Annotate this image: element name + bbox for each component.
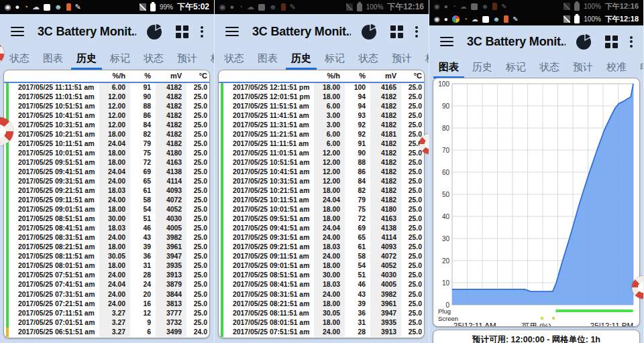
table-row[interactable]: 2017/05/25 09:21:51 am18.0361409325.0: [219, 243, 424, 253]
table-row[interactable]: 2017/05/25 07:01:51 am3.279373225.0: [4, 318, 209, 328]
tab-5[interactable]: 校准: [601, 58, 632, 78]
table-row[interactable]: 2017/05/25 08:31:51 am24.0043398225.0: [4, 234, 209, 243]
table-row[interactable]: 2017/05/25 10:21:51 am18.0082418225.0: [4, 130, 209, 139]
table-row[interactable]: 2017/05/25 08:41:51 am18.0346400525.0: [219, 281, 424, 290]
table-row[interactable]: 2017/05/25 11:51:51 am6.0094418225.0: [219, 102, 424, 111]
tab-5[interactable]: 预计: [172, 49, 203, 70]
overflow-menu-icon[interactable]: [415, 26, 418, 38]
tab-1[interactable]: 历史: [467, 58, 498, 78]
tab-1[interactable]: 图表: [252, 49, 283, 70]
table-row[interactable]: 2017/05/25 11:11:51 am6.0091418225.0: [4, 83, 209, 92]
table-row[interactable]: 2017/05/25 10:01:51 am18.0075418025.0: [219, 205, 424, 214]
table-row[interactable]: 2017/05/25 10:41:51 am12.0086418225.0: [219, 167, 424, 177]
no-sim-icon: [346, 3, 353, 11]
tab-4[interactable]: 状态: [138, 49, 169, 70]
status-bar-app-icons: ◉●◔☁☻✎: [434, 3, 507, 10]
table-row[interactable]: 2017/05/25 10:11:51 am24.0479418225.0: [219, 196, 424, 205]
table-row[interactable]: 2017/05/25 08:11:51 am30.0536394725.0: [219, 309, 424, 318]
table-row[interactable]: 2017/05/25 08:01:51 am18.0031393525.0: [4, 262, 209, 271]
pie-chart-icon[interactable]: [575, 33, 593, 51]
tab-6[interactable]: 校准: [205, 49, 214, 70]
table-row[interactable]: 2017/05/25 11:41:51 am3.0093418225.0: [219, 111, 424, 121]
table-row[interactable]: 2017/05/25 12:11:51 pm18.00100416525.0: [219, 83, 424, 92]
table-row[interactable]: 2017/05/25 12:01:51 pm18.0094418225.0: [219, 92, 424, 102]
table-row[interactable]: 2017/05/25 09:31:51 am24.0065411425.0: [219, 234, 424, 243]
table-row[interactable]: 2017/05/25 11:21:51 am6.0092418125.0: [219, 130, 424, 139]
tab-6[interactable]: 校准: [420, 49, 429, 70]
cell-percent: 61: [345, 244, 370, 251]
table-row[interactable]: 2017/05/25 07:51:51 am24.0028391325.0: [219, 328, 424, 337]
tab-0[interactable]: 状态: [4, 49, 35, 70]
table-row[interactable]: 2017/05/25 11:11:51 am6.0091418225.0: [219, 139, 424, 149]
table-row[interactable]: 2017/05/25 08:41:51 am18.0346400525.0: [4, 224, 209, 233]
pie-chart-icon[interactable]: [146, 23, 164, 41]
cell-timestamp: 2017/05/25 08:21:51 am: [13, 244, 99, 251]
svg-text:80: 80: [442, 125, 450, 132]
table-row[interactable]: 2017/05/25 09:51:51 am18.0072416325.0: [4, 158, 209, 167]
tab-2[interactable]: 标记: [500, 58, 531, 78]
overflow-menu-icon[interactable]: [630, 36, 633, 48]
table-row[interactable]: 2017/05/25 10:31:51 am12.0084418225.0: [4, 121, 209, 130]
table-row[interactable]: 2017/05/25 10:41:51 am12.0086418225.0: [4, 111, 209, 121]
row-status-marker: [221, 196, 223, 205]
menu-icon[interactable]: [11, 27, 24, 37]
table-row[interactable]: 2017/05/25 07:31:51 am24.0020384425.0: [4, 290, 209, 299]
table-row[interactable]: 2017/05/25 11:01:51 am12.0090418225.0: [219, 149, 424, 158]
tab-2[interactable]: 历史: [71, 49, 102, 70]
tab-4[interactable]: 状态: [353, 49, 384, 70]
apps-grid-icon[interactable]: [605, 36, 618, 48]
cell-temperature: 25.0: [186, 272, 210, 279]
table-row[interactable]: 2017/05/25 08:21:51 am18.0039396125.0: [4, 243, 209, 253]
cell-temperature: 25.0: [401, 272, 425, 279]
tab-4[interactable]: 预计: [568, 58, 598, 78]
table-row[interactable]: 2017/05/25 08:51:51 am30.0051403025.0: [219, 271, 424, 281]
table-row[interactable]: 2017/05/25 07:51:51 am24.0028391325.0: [4, 271, 209, 281]
table-row[interactable]: 2017/05/25 10:51:51 am12.0088418225.0: [4, 102, 209, 111]
table-row[interactable]: 2017/05/25 09:21:51 am18.0361409325.0: [4, 186, 209, 196]
table-row[interactable]: 2017/05/25 09:41:51 am24.0469413825.0: [4, 167, 209, 177]
cell-percent: 75: [345, 206, 370, 213]
table-row[interactable]: 2017/05/25 10:11:51 am24.0479418225.0: [4, 139, 209, 149]
table-row[interactable]: 2017/05/25 08:31:51 am24.0043398225.0: [219, 290, 424, 299]
table-row[interactable]: 2017/05/25 08:01:51 am18.0031393525.0: [219, 318, 424, 328]
tab-3[interactable]: 状态: [534, 58, 565, 78]
cell-rate: 24.00: [99, 177, 130, 186]
table-row[interactable]: 2017/05/25 09:31:51 am24.0065411425.0: [4, 177, 209, 186]
table-row[interactable]: 2017/05/25 10:01:51 am18.0075418025.0: [4, 149, 209, 158]
menu-icon[interactable]: [440, 37, 453, 47]
tab-3[interactable]: 标记: [105, 49, 136, 70]
menu-icon[interactable]: [225, 27, 239, 37]
tab-3[interactable]: 标记: [319, 49, 350, 70]
battery-level-area-chart[interactable]: 0102030405060708090100: [433, 78, 640, 310]
table-row[interactable]: 2017/05/25 09:11:51 am24.0058407225.0: [219, 253, 424, 262]
overflow-menu-icon[interactable]: [201, 26, 203, 38]
cell-rate: 18.00: [314, 214, 345, 224]
table-row[interactable]: 2017/05/25 09:01:51 am18.0054405225.0: [219, 262, 424, 271]
cell-timestamp: 2017/05/25 12:11:51 pm: [228, 84, 314, 91]
table-row[interactable]: 2017/05/25 08:11:51 am30.0536394725.0: [4, 253, 209, 262]
table-row[interactable]: 2017/05/25 07:11:51 am3.2712377725.0: [4, 309, 209, 318]
table-row[interactable]: 2017/05/25 09:41:51 am24.0469413825.0: [219, 224, 424, 233]
table-row[interactable]: 2017/05/25 11:31:51 am3.0092418225.0: [219, 121, 424, 130]
table-row[interactable]: 2017/05/25 07:21:51 am24.0016381325.0: [4, 299, 209, 309]
table-row[interactable]: 2017/05/25 08:21:51 am18.0039396125.0: [219, 299, 424, 309]
tab-5[interactable]: 预计: [386, 49, 417, 70]
tab-0[interactable]: 状态: [219, 49, 250, 70]
table-row[interactable]: 2017/05/25 11:01:51 am12.0090418225.0: [4, 92, 209, 102]
tab-2[interactable]: 历史: [286, 49, 317, 70]
table-row[interactable]: 2017/05/25 09:11:51 am24.0058407225.0: [4, 196, 209, 205]
table-row[interactable]: 2017/05/25 08:51:51 am30.0051403025.0: [4, 214, 209, 224]
tab-1[interactable]: 图表: [38, 49, 68, 70]
apps-grid-icon[interactable]: [176, 25, 189, 38]
tab-6[interactable]: 电池: [635, 58, 643, 78]
table-row[interactable]: 2017/05/25 10:51:51 am12.0088418225.0: [219, 158, 424, 167]
table-row[interactable]: 2017/05/25 07:41:51 am24.0424387925.0: [4, 281, 209, 290]
table-row[interactable]: 2017/05/25 06:51:51 am3.276349924.0: [4, 328, 209, 337]
table-row[interactable]: 2017/05/25 10:21:51 am18.0082418225.0: [219, 186, 424, 196]
tab-0[interactable]: 图表: [433, 58, 464, 78]
table-row[interactable]: 2017/05/25 09:01:51 am18.0054405225.0: [4, 205, 209, 214]
pie-chart-icon[interactable]: [360, 23, 378, 41]
table-row[interactable]: 2017/05/25 09:51:51 am18.0072416325.0: [219, 214, 424, 224]
apps-grid-icon[interactable]: [390, 25, 403, 38]
table-row[interactable]: 2017/05/25 10:31:51 am12.0084418225.0: [219, 177, 424, 186]
